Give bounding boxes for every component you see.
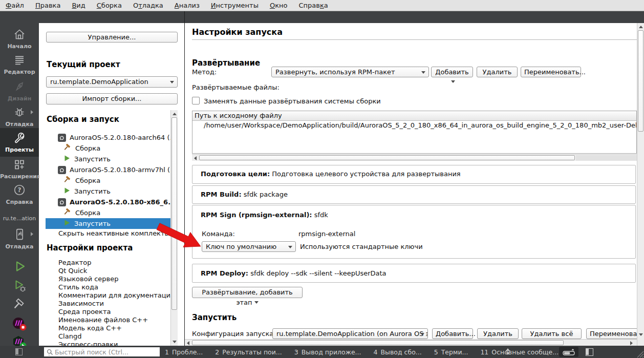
settings-item-code-style[interactable]: Стиль кода <box>58 283 175 291</box>
deploy-files-table[interactable]: Путь к исходному файлу /home/user/Worksp… <box>192 111 637 154</box>
main-h-scrollbar[interactable] <box>185 339 637 346</box>
menu-tools[interactable]: Инструменты <box>205 0 264 11</box>
kit-item-armv7hl[interactable]: AuroraOS-5.2.0.180-armv7hl (... <box>39 164 170 175</box>
scroll-down-icon[interactable] <box>173 341 177 343</box>
scroll-left-icon[interactable] <box>187 341 189 345</box>
panel-general-messages[interactable]: 11Основные сообще... <box>480 348 559 356</box>
scroll-down-icon[interactable] <box>639 333 643 336</box>
project-settings-heading: Настройки проекта <box>47 243 133 252</box>
step-label: RPM Sign (rpmsign-external): <box>201 211 312 219</box>
run-remove-button[interactable]: Удалить <box>477 328 519 339</box>
chevron-down-icon <box>254 301 259 304</box>
deploy-add-button[interactable]: Добавить <box>431 67 473 77</box>
scroll-right-icon[interactable] <box>630 341 633 345</box>
override-deploy-checkbox[interactable] <box>192 97 200 104</box>
settings-item-qtquick[interactable]: Qt Quick <box>58 267 175 275</box>
import-build-button[interactable]: Импорт сборки... <box>46 93 178 104</box>
table-row-file-path[interactable]: /home/user/Workspace/DemoApplication/bui… <box>192 121 636 130</box>
settings-item-editor[interactable]: Редактор <box>58 259 175 267</box>
panel-compile-output[interactable]: 4Вывод сбо... <box>374 348 422 356</box>
menu-help[interactable]: Справка <box>293 0 333 11</box>
settings-item-dependencies[interactable]: Зависимости <box>58 300 175 308</box>
kit-armv7hl-run[interactable]: Запустить <box>39 186 170 197</box>
panel-application-output[interactable]: 3Вывод приложе... <box>294 348 361 356</box>
settings-item-cpp-code-model[interactable]: Модель кода C++ <box>58 324 175 332</box>
run-debug-button[interactable] <box>12 278 27 295</box>
kit-armv7hl-build[interactable]: Сборка <box>39 175 170 186</box>
add-deploy-step-button[interactable]: Развёртывание, добавить этап <box>192 287 303 298</box>
kit-item-aarch64[interactable]: AuroraOS-5.2.0.180-aarch64 (... <box>39 132 170 143</box>
settings-item-doc-comments[interactable]: Комментарии для документации <box>58 291 175 300</box>
run-icon <box>12 259 27 274</box>
kit-item-x86-64[interactable]: AuroraOS-5.2.0.180-x86_6... <box>39 197 170 207</box>
deploy-remove-button[interactable]: Удалить <box>477 67 518 77</box>
deployment-heading: Развёртывание <box>192 58 260 68</box>
toggle-right-sidebar-icon[interactable] <box>586 348 593 356</box>
menu-file[interactable]: Файл <box>0 0 30 11</box>
run-remove-all-button[interactable]: Удалить всё <box>522 328 582 339</box>
panel-spinner-arrows[interactable] <box>506 348 510 355</box>
rpm-deploy-step[interactable]: RPM Deploy: sfdk deploy --sdk --silent -… <box>192 264 636 283</box>
sidebar-item-projects[interactable]: Проекты <box>0 128 39 157</box>
scrollbar-track[interactable] <box>576 155 637 161</box>
app-stop-button[interactable] <box>11 317 28 333</box>
run-button[interactable] <box>12 259 27 276</box>
sidebar-item-debug[interactable]: Отладка <box>0 106 39 128</box>
run-rename-button[interactable]: Переименовать... <box>586 328 644 339</box>
build-button[interactable] <box>12 297 27 313</box>
prepare-target-step[interactable]: Подготовка цели: Подготовка целевого уст… <box>192 165 636 184</box>
settings-item-language-server[interactable]: Языковой сервер <box>58 275 175 283</box>
resize-grip-icon[interactable] <box>635 349 644 358</box>
panel-search-results[interactable]: 2Результаты пои... <box>215 348 282 356</box>
deploy-method-select[interactable]: Развернуть, используя RPM-пакет <box>271 67 429 77</box>
override-deploy-label[interactable]: Заменять данные развёртывания системы сб… <box>204 97 381 105</box>
annotation-arrow <box>154 220 205 252</box>
locator-search[interactable] <box>44 347 160 356</box>
debug-flyout-arrow[interactable] <box>31 110 33 114</box>
menu-analyze[interactable]: Анализ <box>169 0 205 11</box>
main-v-scrollbar[interactable] <box>637 23 644 346</box>
menu-debug[interactable]: Отладка <box>127 0 169 11</box>
scrollbar-thumb[interactable] <box>199 155 575 160</box>
menu-window[interactable]: Окно <box>264 0 293 11</box>
sidebar-item-extensions[interactable]: Расширения <box>0 158 39 180</box>
scroll-up-icon[interactable] <box>173 113 177 115</box>
scroll-up-icon[interactable] <box>639 26 643 28</box>
search-input[interactable] <box>55 348 160 356</box>
deploy-rename-button[interactable]: Переименовать... <box>521 67 581 77</box>
rpm-build-step[interactable]: RPM Build: sfdk package <box>192 185 636 204</box>
project-select[interactable]: ru.template.DemoApplication <box>46 76 178 88</box>
target-selector[interactable]: Отладка <box>0 227 39 250</box>
settings-item-environment[interactable]: Среда проекта <box>58 308 175 316</box>
kit-x86-run[interactable]: Запустить <box>46 218 170 229</box>
sidebar-item-edit[interactable]: Редактор <box>0 53 39 75</box>
scrollbar-thumb[interactable] <box>171 117 177 310</box>
target-flyout-arrow[interactable] <box>31 232 33 236</box>
manage-kits-button[interactable]: Управление... <box>46 32 178 43</box>
rpm-sign-step[interactable]: RPM Sign (rpmsign-external): sfdk Команд… <box>192 205 636 259</box>
scroll-left-icon[interactable] <box>194 156 197 160</box>
menu-view[interactable]: Вид <box>66 0 91 11</box>
active-project-badge[interactable]: ru.te...ation <box>0 215 39 222</box>
kit-aarch64-build[interactable]: Сборка <box>39 143 170 154</box>
settings-item-clangd[interactable]: Clangd <box>58 332 175 341</box>
build-progress-button[interactable] <box>559 347 578 357</box>
table-h-scrollbar[interactable] <box>192 154 637 161</box>
scrollbar-thumb[interactable] <box>192 340 564 345</box>
panel-terminal[interactable]: 5Терми... <box>434 348 468 356</box>
menu-edit[interactable]: Правка <box>30 0 66 11</box>
sidebar-item-help[interactable]: ? Справка <box>0 183 39 205</box>
table-header-source-path[interactable]: Путь к исходному файлу <box>192 111 636 121</box>
sidebar-item-welcome[interactable]: Начало <box>0 28 39 50</box>
toggle-left-sidebar-icon[interactable] <box>15 348 23 355</box>
menu-build[interactable]: Сборка <box>91 0 127 11</box>
kit-x86-build[interactable]: Сборка <box>39 207 170 218</box>
run-add-button[interactable]: Добавить... <box>432 328 473 339</box>
sign-key-select[interactable]: Ключ по умолчанию <box>202 241 296 252</box>
run-config-select[interactable]: ru.template.DemoApplication (on Aurora O… <box>272 328 428 339</box>
settings-item-quick-fixes[interactable]: Экспресс-правки <box>58 341 175 346</box>
panel-issues[interactable]: 1Пробле... <box>165 348 203 356</box>
scrollbar-thumb[interactable] <box>638 30 643 132</box>
settings-item-cpp-file-naming[interactable]: Именование файлов C++ <box>58 316 175 324</box>
kit-aarch64-run[interactable]: Запустить <box>39 154 170 164</box>
